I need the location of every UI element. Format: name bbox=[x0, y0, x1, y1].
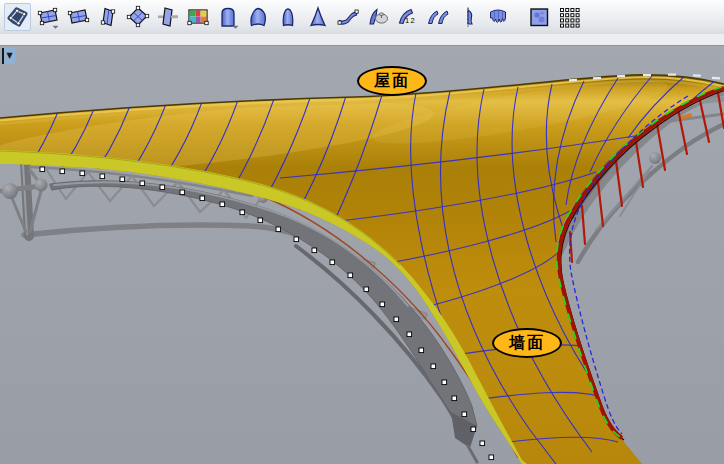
blend-arcs-icon bbox=[426, 5, 450, 29]
extrude-surface-icon bbox=[216, 5, 240, 29]
toolbar-button-extrude-curved[interactable] bbox=[244, 3, 271, 31]
rail-revolve-icon bbox=[486, 5, 510, 29]
wall-label[interactable]: 墙面 bbox=[492, 328, 562, 358]
surface-plane-3pt-icon bbox=[36, 5, 60, 29]
svg-text:2: 2 bbox=[410, 16, 414, 25]
toolbar-button-picture-frame[interactable] bbox=[184, 3, 211, 31]
toolbar-lower-strip bbox=[0, 34, 724, 46]
surface-toolbar: 12 bbox=[0, 0, 724, 34]
roof-label-text: 屋面 bbox=[374, 71, 410, 92]
extrude-to-point-icon bbox=[306, 5, 330, 29]
drag-surface-icon bbox=[366, 5, 390, 29]
toolbar-button-sweep-1-rail[interactable] bbox=[334, 3, 361, 31]
sweep-2-rails-icon: 12 bbox=[396, 5, 420, 29]
chevron-down-icon: ▼ bbox=[6, 52, 12, 60]
toolbar-button-extrude-to-point[interactable] bbox=[304, 3, 331, 31]
wall-label-text: 墙面 bbox=[509, 333, 545, 354]
svg-text:1: 1 bbox=[405, 16, 409, 25]
toolbar-button-rail-revolve[interactable] bbox=[484, 3, 511, 31]
toolbar-button-cutting-plane[interactable] bbox=[154, 3, 181, 31]
toolbar-button-surface-point-grid[interactable] bbox=[555, 3, 582, 31]
extrude-tapered-icon bbox=[276, 5, 300, 29]
toolbar-button-drag-surface[interactable] bbox=[364, 3, 391, 31]
toolbar-button-extrude-surface[interactable] bbox=[214, 3, 241, 31]
roof-label[interactable]: 屋面 bbox=[357, 66, 427, 96]
heightfield-icon bbox=[527, 5, 551, 29]
surface-point-grid-icon bbox=[557, 5, 581, 29]
sweep-1-rail-icon bbox=[336, 5, 360, 29]
viewport-3d[interactable] bbox=[0, 46, 724, 464]
toolbar-button-surface-plane-3pt[interactable] bbox=[34, 3, 61, 31]
surface-plane-corners-icon bbox=[66, 5, 90, 29]
viewport-menu-button[interactable]: ▼ bbox=[2, 48, 15, 64]
toolbar-button-extrude-tapered[interactable] bbox=[274, 3, 301, 31]
scene-3d bbox=[0, 46, 724, 464]
extrude-curved-icon bbox=[246, 5, 270, 29]
toolbar-button-surface-from-corner-points[interactable] bbox=[4, 3, 31, 31]
toolbar-button-blend-arcs[interactable] bbox=[424, 3, 451, 31]
toolbar-button-plane-through-points[interactable] bbox=[124, 3, 151, 31]
toolbar-button-revolve[interactable] bbox=[454, 3, 481, 31]
plane-through-points-icon bbox=[126, 5, 150, 29]
surface-from-corner-points-icon bbox=[6, 5, 29, 29]
toolbar-button-heightfield[interactable] bbox=[525, 3, 552, 31]
toolbar-button-vertical-plane[interactable] bbox=[94, 3, 121, 31]
picture-frame-icon bbox=[186, 5, 210, 29]
cutting-plane-icon bbox=[156, 5, 180, 29]
vertical-plane-icon bbox=[96, 5, 120, 29]
cad-application-window: 12 bbox=[0, 0, 724, 464]
toolbar-button-sweep-2-rails[interactable]: 12 bbox=[394, 3, 421, 31]
toolbar-button-surface-plane-corners[interactable] bbox=[64, 3, 91, 31]
revolve-icon bbox=[456, 5, 480, 29]
